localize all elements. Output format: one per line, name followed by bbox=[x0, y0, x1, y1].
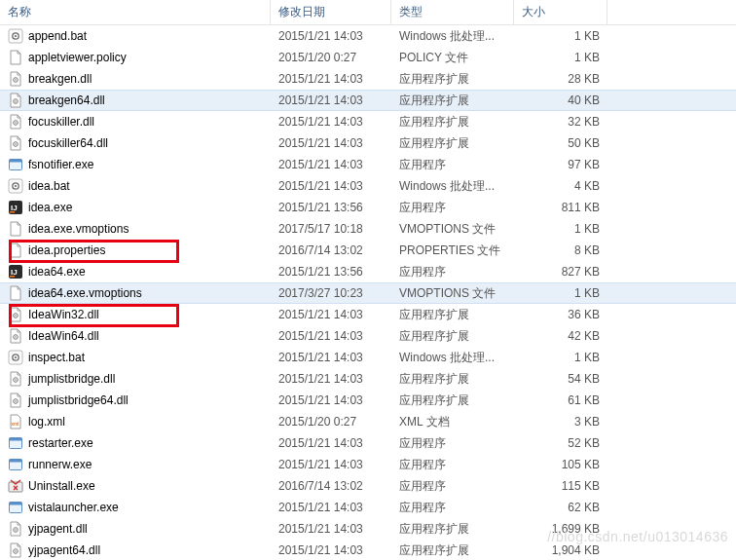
file-size: 8 KB bbox=[514, 243, 607, 257]
file-name: breakgen.dll bbox=[28, 72, 92, 86]
file-row[interactable]: runnerw.exe2015/1/21 14:03应用程序105 KB bbox=[0, 454, 736, 475]
file-date: 2015/1/21 14:03 bbox=[271, 393, 391, 407]
file-row[interactable]: idea64.exe.vmoptions2017/3/27 10:23VMOPT… bbox=[0, 282, 736, 304]
file-date: 2015/1/21 14:03 bbox=[271, 115, 391, 129]
file-row[interactable]: idea.bat2015/1/21 14:03Windows 批处理...4 K… bbox=[0, 175, 736, 197]
file-date: 2015/1/21 14:03 bbox=[271, 351, 391, 364]
svg-point-42 bbox=[15, 529, 17, 531]
file-type: Windows 批处理... bbox=[391, 28, 514, 45]
col-type-header[interactable]: 类型 bbox=[391, 0, 514, 24]
file-name: inspect.bat bbox=[28, 351, 85, 364]
file-row[interactable]: jumplistbridge64.dll2015/1/21 14:03应用程序扩… bbox=[0, 390, 736, 411]
file-size: 1,699 KB bbox=[514, 522, 607, 536]
svg-point-15 bbox=[15, 185, 17, 187]
file-date: 2017/3/27 10:23 bbox=[271, 286, 391, 300]
svg-point-44 bbox=[15, 550, 17, 552]
file-date: 2016/7/14 13:02 bbox=[271, 243, 391, 257]
svg-text:IJ: IJ bbox=[11, 204, 18, 212]
file-row[interactable]: inspect.bat2015/1/21 14:03Windows 批处理...… bbox=[0, 347, 736, 368]
file-row[interactable]: restarter.exe2015/1/21 14:03应用程序52 KB bbox=[0, 432, 736, 454]
file-date: 2015/1/21 14:03 bbox=[271, 136, 391, 150]
file-row[interactable]: yjpagent.dll2015/1/21 14:03应用程序扩展1,699 K… bbox=[0, 518, 736, 540]
file-type: 应用程序扩展 bbox=[391, 392, 514, 409]
file-size: 50 KB bbox=[514, 136, 607, 150]
file-row[interactable]: IJidea.exe2015/1/21 13:56应用程序811 KB bbox=[0, 197, 736, 218]
file-name: breakgen64.dll bbox=[28, 93, 105, 107]
file-type: 应用程序 bbox=[391, 264, 514, 280]
file-date: 2015/1/21 14:03 bbox=[271, 72, 391, 86]
file-row[interactable]: appletviewer.policy2015/1/20 0:27POLICY … bbox=[0, 47, 736, 68]
file-type: 应用程序扩展 bbox=[391, 93, 514, 109]
file-type: PROPERTIES 文件 bbox=[391, 243, 514, 259]
column-headers: 名称 修改日期 类型 大小 bbox=[0, 0, 736, 25]
file-type: POLICY 文件 bbox=[391, 50, 514, 66]
file-size: 42 KB bbox=[514, 329, 607, 343]
file-row[interactable]: idea.properties2016/7/14 13:02PROPERTIES… bbox=[0, 240, 736, 261]
svg-point-2 bbox=[15, 35, 17, 37]
file-icon bbox=[8, 285, 23, 301]
file-name: vistalauncher.exe bbox=[28, 501, 119, 514]
file-size: 1 KB bbox=[514, 29, 607, 43]
svg-point-6 bbox=[15, 100, 17, 102]
col-name-header[interactable]: 名称 bbox=[0, 0, 271, 24]
file-row[interactable]: jumplistbridge.dll2015/1/21 14:03应用程序扩展5… bbox=[0, 368, 736, 390]
file-type: 应用程序 bbox=[391, 157, 514, 173]
svg-rect-37 bbox=[10, 460, 22, 463]
file-name: focuskiller64.dll bbox=[28, 136, 108, 150]
svg-rect-12 bbox=[10, 160, 22, 163]
file-name: idea.properties bbox=[28, 243, 105, 257]
svg-point-25 bbox=[15, 336, 17, 338]
file-row[interactable]: xmllog.xml2015/1/20 0:27XML 文档3 KB bbox=[0, 411, 736, 432]
file-icon bbox=[8, 243, 23, 258]
file-name: yjpagent64.dll bbox=[28, 543, 100, 557]
file-row[interactable]: IJidea64.exe2015/1/21 13:56应用程序827 KB bbox=[0, 261, 736, 282]
file-size: 811 KB bbox=[514, 201, 607, 214]
file-date: 2015/1/21 14:03 bbox=[271, 29, 391, 43]
xml-icon: xml bbox=[8, 414, 23, 429]
file-row[interactable]: Uninstall.exe2016/7/14 13:02应用程序115 KB bbox=[0, 475, 736, 497]
file-type: 应用程序扩展 bbox=[391, 371, 514, 388]
file-type: Windows 批处理... bbox=[391, 178, 514, 195]
dll-icon bbox=[8, 371, 23, 387]
file-row[interactable]: fsnotifier.exe2015/1/21 14:03应用程序97 KB bbox=[0, 154, 736, 175]
exe-icon bbox=[8, 435, 23, 451]
file-row[interactable]: IdeaWin64.dll2015/1/21 14:03应用程序扩展42 KB bbox=[0, 325, 736, 347]
file-size: 1,904 KB bbox=[514, 543, 607, 557]
file-type: XML 文档 bbox=[391, 414, 514, 430]
file-size: 115 KB bbox=[514, 479, 607, 493]
svg-rect-40 bbox=[10, 503, 22, 505]
file-name: appletviewer.policy bbox=[28, 51, 127, 64]
file-row[interactable]: vistalauncher.exe2015/1/21 14:03应用程序62 K… bbox=[0, 497, 736, 518]
cog-icon bbox=[8, 350, 23, 365]
file-row[interactable]: focuskiller64.dll2015/1/21 14:03应用程序扩展50… bbox=[0, 132, 736, 154]
file-row[interactable]: IdeaWin32.dll2015/1/21 14:03应用程序扩展36 KB bbox=[0, 304, 736, 325]
file-row[interactable]: breakgen.dll2015/1/21 14:03应用程序扩展28 KB bbox=[0, 68, 736, 90]
dll-icon bbox=[8, 542, 23, 558]
file-row[interactable]: focuskiller.dll2015/1/21 14:03应用程序扩展32 K… bbox=[0, 111, 736, 132]
svg-text:IJ: IJ bbox=[11, 268, 18, 277]
file-row[interactable]: append.bat2015/1/21 14:03Windows 批处理...1… bbox=[0, 25, 736, 47]
file-name: restarter.exe bbox=[28, 436, 93, 450]
svg-rect-35 bbox=[10, 438, 22, 441]
file-row[interactable]: yjpagent64.dll2015/1/21 14:03应用程序扩展1,904… bbox=[0, 540, 736, 560]
file-row[interactable]: breakgen64.dll2015/1/21 14:03应用程序扩展40 KB bbox=[0, 90, 736, 111]
svg-point-23 bbox=[15, 315, 17, 317]
col-date-header[interactable]: 修改日期 bbox=[271, 0, 391, 24]
svg-text:xml: xml bbox=[12, 421, 19, 427]
dll-icon bbox=[8, 307, 23, 322]
col-size-header[interactable]: 大小 bbox=[514, 0, 607, 24]
file-row[interactable]: idea.exe.vmoptions2017/5/17 10:18VMOPTIO… bbox=[0, 218, 736, 240]
file-date: 2015/1/21 14:03 bbox=[271, 179, 391, 193]
file-name: runnerw.exe bbox=[28, 458, 92, 471]
file-type: 应用程序扩展 bbox=[391, 307, 514, 323]
svg-point-8 bbox=[15, 122, 17, 124]
idea-icon: IJ bbox=[8, 200, 23, 215]
svg-point-28 bbox=[15, 356, 17, 358]
svg-point-10 bbox=[15, 143, 17, 145]
cog-icon bbox=[8, 178, 23, 194]
file-date: 2015/1/21 14:03 bbox=[271, 158, 391, 171]
file-type: VMOPTIONS 文件 bbox=[391, 285, 514, 302]
file-size: 36 KB bbox=[514, 308, 607, 321]
dll-icon bbox=[8, 392, 23, 408]
file-size: 52 KB bbox=[514, 436, 607, 450]
